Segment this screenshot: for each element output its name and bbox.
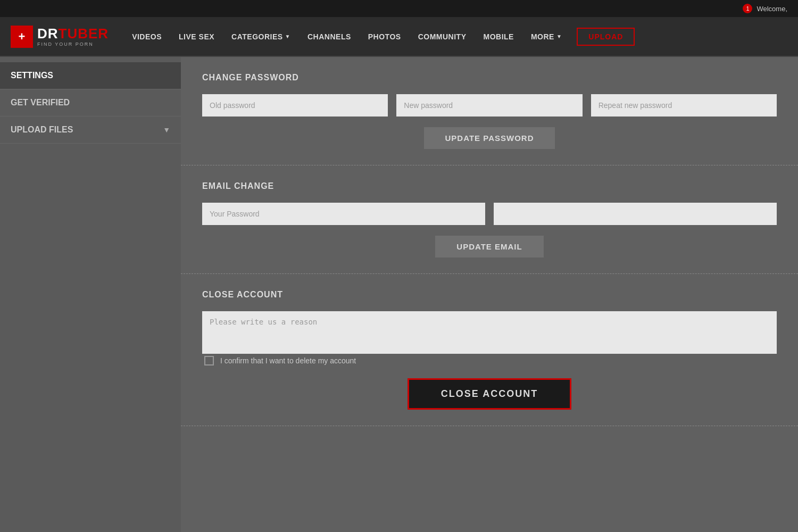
logo-title: DRTUBER <box>37 27 109 40</box>
more-arrow-icon: ▼ <box>556 34 562 39</box>
welcome-text: Welcome, <box>757 5 787 13</box>
email-password-input[interactable] <box>202 203 485 225</box>
nav-more[interactable]: MORE ▼ <box>523 28 569 45</box>
update-password-btn-container: UPDATE PASSWORD <box>202 127 777 149</box>
logo-text: DRTUBER FIND YOUR PORN <box>37 27 109 47</box>
logo[interactable]: + DRTUBER FIND YOUR PORN <box>11 26 109 48</box>
sidebar: SETTINGS GET VERIFIED UPLOAD FILES ▼ <box>0 57 181 532</box>
nav: VIDEOS LIVE SEX CATEGORIES ▼ CHANNELS PH… <box>124 28 787 46</box>
update-email-btn-container: UPDATE EMAIL <box>202 236 777 257</box>
confirm-delete-label: I confirm that I want to delete my accou… <box>220 356 356 365</box>
new-email-input[interactable] <box>494 203 777 225</box>
repeat-password-input[interactable] <box>591 94 777 117</box>
update-password-button[interactable]: UPDATE PASSWORD <box>424 127 555 149</box>
change-password-title: CHANGE PASSWORD <box>202 73 777 82</box>
confirm-delete-row: I confirm that I want to delete my accou… <box>202 356 777 365</box>
old-password-input[interactable] <box>202 94 388 117</box>
header: + DRTUBER FIND YOUR PORN VIDEOS LIVE SEX… <box>0 17 798 57</box>
close-account-button[interactable]: CLOSE ACCOUNT <box>408 378 571 410</box>
email-change-form-row <box>202 203 777 225</box>
update-email-button[interactable]: UPDATE EMAIL <box>435 236 543 257</box>
email-change-title: EMAIL CHANGE <box>202 181 777 191</box>
nav-videos[interactable]: VIDEOS <box>124 28 169 45</box>
nav-categories[interactable]: CATEGORIES ▼ <box>224 28 298 45</box>
logo-dr: DR <box>37 26 59 41</box>
close-account-reason-input[interactable] <box>202 311 777 354</box>
nav-mobile[interactable]: MOBILE <box>476 28 521 45</box>
sidebar-item-settings[interactable]: SETTINGS <box>0 62 181 89</box>
close-account-title: CLOSE ACCOUNT <box>202 290 777 300</box>
notification-badge[interactable]: 1 <box>743 4 752 13</box>
nav-channels[interactable]: CHANNELS <box>300 28 359 45</box>
main-content: CHANGE PASSWORD UPDATE PASSWORD EMAIL CH… <box>181 57 798 532</box>
logo-icon: + <box>11 26 33 48</box>
upload-button[interactable]: UPLOAD <box>577 28 635 46</box>
new-password-input[interactable] <box>396 94 582 117</box>
nav-community[interactable]: COMMUNITY <box>411 28 474 45</box>
change-password-section: CHANGE PASSWORD UPDATE PASSWORD <box>181 57 798 165</box>
confirm-delete-checkbox[interactable] <box>204 356 214 365</box>
layout: SETTINGS GET VERIFIED UPLOAD FILES ▼ CHA… <box>0 57 798 532</box>
categories-arrow-icon: ▼ <box>285 34 290 39</box>
nav-photos[interactable]: PHOTOS <box>361 28 409 45</box>
sidebar-item-get-verified[interactable]: GET VERIFIED <box>0 89 181 117</box>
sidebar-item-upload-files[interactable]: UPLOAD FILES ▼ <box>0 117 181 144</box>
nav-live-sex[interactable]: LIVE SEX <box>171 28 222 45</box>
upload-files-arrow-icon: ▼ <box>163 126 170 134</box>
top-bar: 1 Welcome, <box>0 0 798 17</box>
close-account-btn-container: CLOSE ACCOUNT <box>202 378 777 410</box>
close-account-section: CLOSE ACCOUNT I confirm that I want to d… <box>181 274 798 426</box>
logo-tuber: TUBER <box>59 26 109 41</box>
change-password-form-row <box>202 94 777 117</box>
email-change-section: EMAIL CHANGE UPDATE EMAIL <box>181 165 798 274</box>
logo-subtitle: FIND YOUR PORN <box>37 41 109 47</box>
